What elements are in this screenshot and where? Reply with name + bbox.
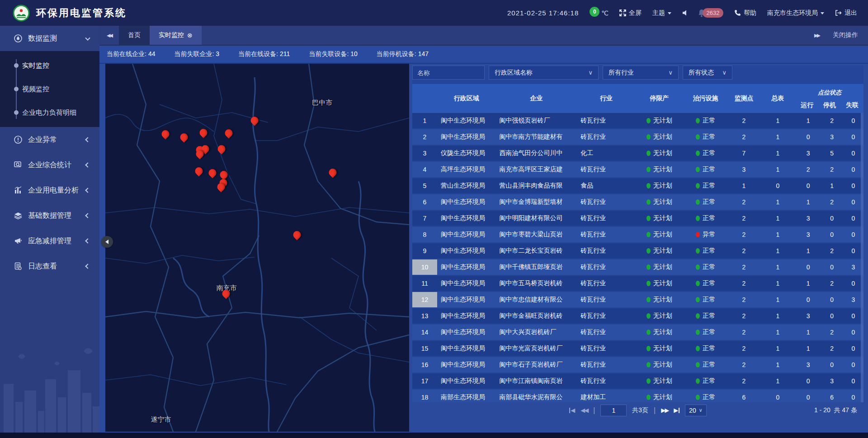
table-row[interactable]: 17阆中生态环境局阆中市江南镇阆南页岩砖瓦行业无计划正常21030: [412, 373, 863, 389]
tabs-scroll-right-button[interactable]: ▶▶: [814, 33, 819, 38]
tabs-scroll-left-button[interactable]: ◀◀: [99, 26, 119, 45]
status-dot-icon: [646, 297, 651, 302]
help-button[interactable]: 帮助: [734, 9, 756, 17]
chevron-left-icon: [85, 188, 90, 193]
table-row[interactable]: 2阆中生态环境局阆中市南方节能建材有砖瓦行业无计划正常21030: [412, 129, 863, 145]
table-row[interactable]: 9阆中生态环境局阆中市二龙长宝页岩砖砖瓦行业无计划正常21120: [412, 243, 863, 259]
cell-region: 南部生态环境局: [441, 393, 485, 401]
sidebar-item-基础数据管理[interactable]: 基础数据管理: [0, 203, 99, 228]
map-marker-5[interactable]: [250, 117, 258, 124]
speaker-muted-icon[interactable]: [682, 9, 689, 16]
sidebar-item-企业用电量分析[interactable]: 企业用电量分析: [0, 178, 99, 203]
page-number-input[interactable]: [600, 405, 627, 416]
status-dot-icon: [696, 395, 700, 400]
table-scrollbar[interactable]: [861, 113, 863, 402]
cell-run-count: 0: [807, 264, 810, 271]
prev-page-button[interactable]: ◀◀: [580, 407, 588, 414]
column-treatment: 治污设施: [683, 84, 728, 113]
sidebar-subitem-企业电力负荷明细[interactable]: 企业电力负荷明细: [0, 101, 99, 124]
total-text: 共 47 条: [834, 406, 857, 414]
map-panel[interactable]: 巴中市南充市遂宁市: [105, 64, 409, 432]
left-icon: ◀: [580, 407, 584, 414]
organization-dropdown[interactable]: 南充市生态环境局: [767, 9, 824, 17]
row-index: 1: [423, 117, 427, 124]
table-row[interactable]: 3仪陇生态环境局西南油气田分公司川中化工无计划正常71350: [412, 146, 863, 161]
tab-home[interactable]: 首页: [119, 26, 150, 45]
next-page-button[interactable]: ▶▶: [661, 407, 668, 414]
map-marker-8[interactable]: [196, 150, 203, 158]
table-row[interactable]: 10阆中生态环境局阆中千佛镇五郎垭页岩砖瓦行业无计划正常21003: [412, 259, 863, 275]
sidebar-item-数据监测[interactable]: 数据监测: [0, 26, 99, 51]
table-row[interactable]: 8阆中生态环境局阆中市枣碧大梁山页岩砖瓦行业无计划异常21300: [412, 227, 863, 242]
sidebar-item-企业异常[interactable]: 企业异常: [0, 127, 99, 152]
sidebar-item-日志查看[interactable]: 日志查看: [0, 254, 99, 279]
close-operations-button[interactable]: 关闭操作: [833, 31, 858, 39]
location-pin-icon: [216, 181, 226, 192]
cell-lost-count: 3: [852, 296, 855, 303]
page-size-select[interactable]: 20 ∨: [685, 405, 707, 416]
table-row[interactable]: 14阆中生态环境局阆中大兴页岩机砖厂砖瓦行业无计划正常21120: [412, 325, 863, 340]
cell-lost-count: 0: [852, 215, 855, 222]
region-select[interactable]: 行政区域名称 ∨: [489, 66, 599, 80]
sidebar-subitem-label: 视频监控: [22, 85, 49, 94]
column-meter: 总表: [760, 84, 796, 113]
industry-select[interactable]: 所有行业 ∨: [603, 66, 679, 80]
table-row[interactable]: 12阆中生态环境局阆中市忠信建材有限公砖瓦行业无计划正常21003: [412, 292, 863, 307]
table-row[interactable]: 11阆中生态环境局阆中市五马桥页岩机砖砖瓦行业无计划正常21120: [412, 276, 863, 291]
status-dot-icon: [696, 134, 700, 140]
fullscreen-button[interactable]: 全屏: [619, 9, 642, 17]
name-search-input[interactable]: [412, 66, 485, 80]
column-industry: 行业: [577, 84, 636, 113]
cell-stop-count: 2: [830, 247, 834, 254]
row-index: 14: [421, 329, 429, 336]
first-page-button[interactable]: ◀: [569, 407, 575, 414]
table-row[interactable]: 16阆中生态环境局阆中市石子页岩机砖厂砖瓦行业无计划正常21300: [412, 357, 863, 372]
cell-stop-count: 0: [830, 231, 834, 238]
tab-realtime-label: 实时监控: [159, 31, 184, 39]
map-marker-17[interactable]: [222, 290, 230, 297]
cell-region: 阆中生态环境局: [441, 361, 485, 369]
map-marker-2[interactable]: [180, 133, 188, 141]
map-marker-9[interactable]: [217, 145, 225, 153]
sidebar-item-label: 日志查看: [28, 262, 57, 271]
row-index: 6: [423, 198, 427, 206]
map-marker-14[interactable]: [217, 183, 225, 191]
tab-realtime-monitor[interactable]: 实时监控 ⊗: [150, 26, 202, 45]
logout-button[interactable]: 退出: [835, 9, 857, 17]
map-marker-3[interactable]: [200, 129, 208, 137]
status-dot-icon: [646, 378, 651, 384]
chevron-down-icon: ∨: [588, 69, 593, 76]
row-index: 16: [421, 361, 429, 368]
table-row[interactable]: 13阆中生态环境局阆中市金福旺页岩机砖砖瓦行业无计划正常21300: [412, 308, 863, 324]
table-row[interactable]: 15阆中生态环境局阆中市光富页岩机砖厂砖瓦行业无计划正常21120: [412, 341, 863, 356]
table-row[interactable]: 1阆中生态环境局阆中强锐页岩砖厂砖瓦行业无计划正常21120: [412, 113, 863, 128]
map-marker-10[interactable]: [195, 167, 203, 175]
map-marker-11[interactable]: [209, 169, 217, 177]
map-marker-12[interactable]: [220, 171, 228, 179]
sidebar-item-企业综合统计[interactable]: 企业综合统计: [0, 152, 99, 178]
sidebar-item-应急减排管理[interactable]: 应急减排管理: [0, 228, 99, 254]
table-row[interactable]: 18南部生态环境局南部县砒华水泥有限公建材加工无计划正常60060: [412, 390, 863, 402]
map-marker-4[interactable]: [225, 129, 232, 137]
table-row[interactable]: 5营山生态环境局营山县润丰肉食品有限食品无计划正常10010: [412, 178, 863, 193]
map-marker-15[interactable]: [329, 169, 337, 176]
table-row[interactable]: 7阆中生态环境局阆中明阳建材有限公司砖瓦行业无计划正常21300: [412, 211, 863, 226]
cell-treatment-status: 正常: [703, 296, 715, 304]
cell-industry: 食品: [580, 182, 593, 190]
theme-dropdown[interactable]: 主题: [652, 9, 671, 17]
status-select[interactable]: 所有状态 ∨: [683, 66, 732, 80]
tab-close-icon[interactable]: ⊗: [187, 32, 193, 39]
notifications-button[interactable]: 2632: [700, 8, 723, 18]
map-marker-1[interactable]: [162, 130, 170, 138]
table-row[interactable]: 4高坪生态环境局南充市高坪区王家店建砖瓦行业无计划正常31220: [412, 162, 863, 177]
table-row[interactable]: 6阆中生态环境局阆中市金博瑞新型墙材砖瓦行业无计划正常21120: [412, 194, 863, 210]
chevron-down-icon: [85, 36, 90, 41]
panel-collapse-button[interactable]: [101, 236, 113, 248]
sidebar-subitem-实时监控[interactable]: 实时监控: [0, 54, 99, 77]
map-marker-16[interactable]: [293, 231, 301, 239]
cell-stop-count: 0: [830, 296, 834, 303]
help-label: 帮助: [744, 9, 756, 17]
sidebar-subitem-视频监控[interactable]: 视频监控: [0, 77, 99, 101]
last-page-button[interactable]: ▶: [674, 407, 679, 414]
right-icon: ▶: [674, 407, 678, 414]
